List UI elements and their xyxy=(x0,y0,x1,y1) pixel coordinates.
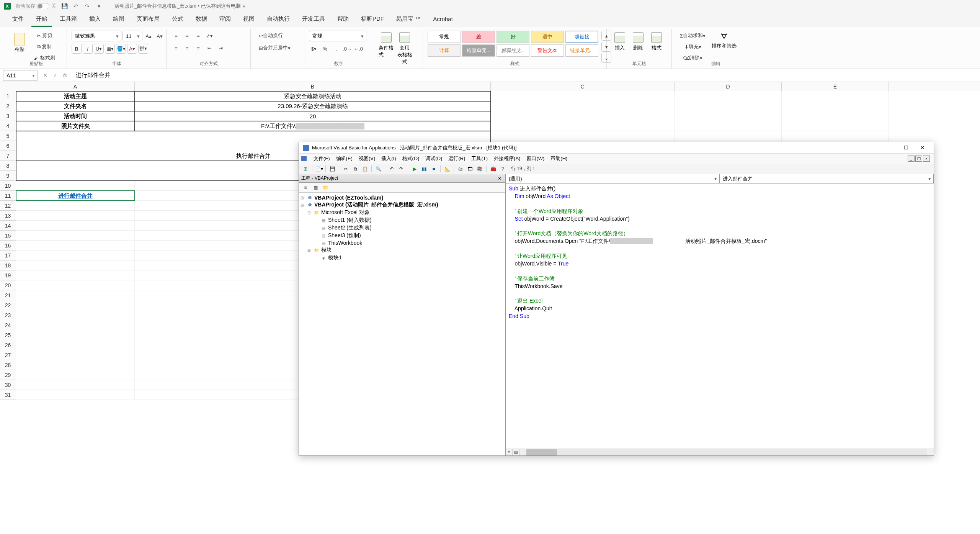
ribbon-tab-4[interactable]: 绘图 xyxy=(108,12,129,27)
row-header-28[interactable]: 28 xyxy=(0,360,16,370)
autosave-toggle[interactable]: 自动保存 关 xyxy=(15,3,56,10)
row-header-3[interactable]: 3 xyxy=(0,111,16,121)
mdi-minimize-icon[interactable]: _ xyxy=(908,156,915,162)
delete-cells-button[interactable]: 删除 xyxy=(630,31,647,53)
indent-decrease-icon[interactable]: ⇤ xyxy=(204,43,214,53)
cell-A8[interactable] xyxy=(16,161,135,171)
ribbon-tab-3[interactable]: 插入 xyxy=(85,12,105,27)
ribbon-tab-13[interactable]: 福昕PDF xyxy=(356,12,389,27)
cell-B2[interactable]: 23.09.26-紧急安全疏散演练 xyxy=(135,101,491,111)
cancel-formula-icon[interactable]: ✕ xyxy=(41,71,50,80)
row-header-2[interactable]: 2 xyxy=(0,101,16,111)
row-header-18[interactable]: 18 xyxy=(0,260,16,270)
column-header-B[interactable]: B xyxy=(135,82,491,91)
row-header-24[interactable]: 24 xyxy=(0,320,16,330)
copy-button[interactable]: ⧉ 复制 xyxy=(30,42,59,52)
cell-A16[interactable] xyxy=(16,241,135,251)
cell-A31[interactable] xyxy=(16,390,135,400)
row-header-8[interactable]: 8 xyxy=(0,161,16,171)
cell-E3[interactable] xyxy=(782,111,889,121)
project-explorer-icon[interactable]: 🗂 xyxy=(456,165,465,173)
cell-D1[interactable] xyxy=(675,91,782,101)
cell-A30[interactable] xyxy=(16,380,135,390)
save-icon[interactable]: 💾 xyxy=(328,165,336,173)
fx-icon[interactable]: fx xyxy=(60,71,70,80)
undo-icon[interactable]: ↶ xyxy=(72,3,79,10)
select-all-corner[interactable] xyxy=(0,82,16,91)
style-calc[interactable]: 计算 xyxy=(428,44,461,57)
style-normal[interactable]: 常规 xyxy=(428,31,461,43)
cell-B3[interactable]: 20 xyxy=(135,111,491,121)
cell-C5[interactable] xyxy=(491,131,675,141)
cell-C1[interactable] xyxy=(491,91,675,101)
mdi-close-icon[interactable]: × xyxy=(923,156,930,162)
row-header-31[interactable]: 31 xyxy=(0,390,16,400)
cell-A29[interactable] xyxy=(16,370,135,380)
conditional-format-button[interactable]: 条件格式 xyxy=(378,31,395,60)
style-hyperlink[interactable]: 超链接 xyxy=(565,31,598,43)
style-warn[interactable]: 警告文本 xyxy=(531,44,564,57)
enter-formula-icon[interactable]: ✓ xyxy=(51,71,60,80)
vba-menu-1[interactable]: 编辑(E) xyxy=(333,154,356,163)
full-module-view-icon[interactable]: ▤ xyxy=(513,449,519,455)
design-mode-icon[interactable]: 📐 xyxy=(443,165,451,173)
row-header-11[interactable]: 11 xyxy=(0,191,16,201)
ribbon-tab-8[interactable]: 审阅 xyxy=(215,12,235,27)
cell-A11[interactable]: 进行邮件合并 xyxy=(16,191,135,201)
align-center-icon[interactable]: ≡ xyxy=(182,43,192,53)
object-browser-icon[interactable]: 📚 xyxy=(475,165,484,173)
cell-C2[interactable] xyxy=(491,101,675,111)
mdi-restore-icon[interactable]: ❐ xyxy=(915,156,922,162)
increase-decimal-icon[interactable]: .0→ xyxy=(342,44,352,54)
row-header-14[interactable]: 14 xyxy=(0,221,16,231)
row-header-23[interactable]: 23 xyxy=(0,310,16,320)
cell-A5[interactable] xyxy=(16,131,135,141)
object-dropdown[interactable]: (通用) xyxy=(506,174,720,183)
cell-A13[interactable] xyxy=(16,211,135,221)
ribbon-tab-12[interactable]: 帮助 xyxy=(333,12,353,27)
toolbox-icon[interactable]: 🧰 xyxy=(489,165,497,173)
ribbon-tab-10[interactable]: 自动执行 xyxy=(262,12,294,27)
row-header-26[interactable]: 26 xyxy=(0,340,16,350)
close-button[interactable]: ✕ xyxy=(915,143,930,153)
cut-icon[interactable]: ✂ xyxy=(341,165,350,173)
vba-menu-8[interactable]: 外接程序(A) xyxy=(491,154,523,163)
code-editor[interactable]: Sub 进入邮件合并() Dim objWord As Object ' 创建一… xyxy=(506,183,934,449)
cell-E1[interactable] xyxy=(782,91,889,101)
cut-button[interactable]: ✂ 剪切 xyxy=(30,31,59,41)
cell-A28[interactable] xyxy=(16,360,135,370)
cell-A10[interactable] xyxy=(16,181,135,191)
comma-icon[interactable]: , xyxy=(331,44,341,54)
align-middle-icon[interactable]: ≡ xyxy=(182,31,192,41)
toggle-pill[interactable] xyxy=(37,3,49,9)
view-excel-icon[interactable]: ⊞ xyxy=(301,165,310,173)
align-left-icon[interactable]: ≡ xyxy=(171,43,181,53)
properties-icon[interactable]: 🗔 xyxy=(466,165,474,173)
cell-A18[interactable] xyxy=(16,260,135,270)
italic-button[interactable]: I xyxy=(83,44,93,54)
wrap-text-button[interactable]: ↩ 自动换行 xyxy=(255,31,286,41)
cell-A25[interactable] xyxy=(16,330,135,340)
autosum-button[interactable]: Σ 自动求和 ▾ xyxy=(676,31,709,41)
vba-editor-window[interactable]: Microsoft Visual Basic for Applications … xyxy=(299,142,934,456)
cell-A19[interactable] xyxy=(16,270,135,280)
cell-D2[interactable] xyxy=(675,101,782,111)
row-header-30[interactable]: 30 xyxy=(0,380,16,390)
name-box[interactable]: A11 xyxy=(3,70,38,81)
row-header-29[interactable]: 29 xyxy=(0,370,16,380)
decrease-decimal-icon[interactable]: ←.0 xyxy=(353,44,363,54)
style-gallery[interactable]: 常规 差 好 适中 超链接 计算 检查单元... 解释性文... 警告文本 链接… xyxy=(428,31,598,57)
cell-A6[interactable] xyxy=(16,141,135,151)
align-right-icon[interactable]: ≡ xyxy=(193,43,203,53)
fill-color-button[interactable]: 🪣▾ xyxy=(116,44,126,54)
ribbon-tab-6[interactable]: 公式 xyxy=(167,12,188,27)
style-bad[interactable]: 差 xyxy=(462,31,495,43)
row-header-4[interactable]: 4 xyxy=(0,121,16,131)
paste-icon[interactable]: 📋 xyxy=(361,165,369,173)
cell-C4[interactable] xyxy=(491,121,675,131)
redo-icon[interactable]: ↷ xyxy=(397,165,405,173)
row-header-22[interactable]: 22 xyxy=(0,300,16,310)
style-good[interactable]: 好 xyxy=(497,31,529,43)
column-header-C[interactable]: C xyxy=(491,82,675,91)
row-header-21[interactable]: 21 xyxy=(0,290,16,300)
